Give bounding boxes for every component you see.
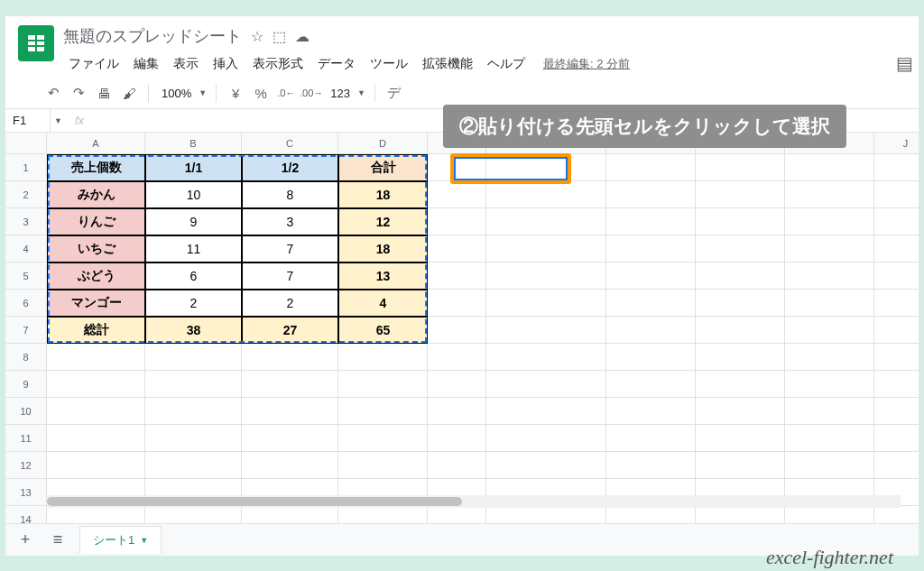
cell[interactable]: [428, 371, 486, 398]
cell[interactable]: [145, 398, 242, 425]
undo-button[interactable]: ↶: [43, 83, 63, 103]
cell[interactable]: [785, 290, 874, 317]
cell[interactable]: [486, 317, 606, 344]
cell[interactable]: [696, 181, 785, 208]
row-header[interactable]: 13: [5, 479, 47, 506]
row-header[interactable]: 7: [5, 317, 47, 344]
cell[interactable]: [428, 235, 486, 262]
table-cell[interactable]: 7: [242, 262, 338, 290]
cell[interactable]: [874, 181, 919, 208]
table-cell[interactable]: みかん: [47, 181, 145, 208]
menu-format[interactable]: 表示形式: [247, 52, 309, 76]
table-header-cell[interactable]: 1/1: [145, 154, 242, 181]
cell[interactable]: [338, 425, 428, 452]
table-cell[interactable]: 9: [145, 208, 242, 235]
table-cell[interactable]: 18: [338, 181, 428, 208]
cell[interactable]: [338, 398, 428, 425]
currency-button[interactable]: ¥: [226, 83, 245, 103]
menu-insert[interactable]: 挿入: [208, 52, 244, 76]
table-cell[interactable]: 3: [242, 208, 338, 235]
cell[interactable]: [874, 371, 919, 398]
cell[interactable]: [696, 208, 785, 235]
number-format-select[interactable]: 123: [327, 87, 354, 100]
cell[interactable]: [47, 398, 145, 425]
cell[interactable]: [338, 452, 428, 479]
cell[interactable]: [606, 452, 696, 479]
cell[interactable]: [428, 181, 486, 208]
cell[interactable]: [486, 154, 606, 181]
cell[interactable]: [696, 262, 785, 290]
sheet-tab-1[interactable]: シート1 ▼: [79, 526, 162, 554]
table-cell[interactable]: 12: [338, 208, 428, 235]
table-cell[interactable]: いちご: [47, 235, 145, 262]
cell[interactable]: [874, 154, 919, 181]
cell[interactable]: [428, 398, 486, 425]
cell[interactable]: [874, 398, 919, 425]
table-header-cell[interactable]: 1/2: [242, 154, 338, 181]
menu-tools[interactable]: ツール: [365, 52, 413, 76]
percent-button[interactable]: %: [251, 83, 271, 103]
doc-title[interactable]: 無題のスプレッドシート: [63, 25, 242, 47]
scrollbar-thumb[interactable]: [47, 497, 462, 506]
cell[interactable]: [47, 452, 145, 479]
cell[interactable]: [486, 344, 606, 371]
cell[interactable]: [242, 398, 338, 425]
table-cell[interactable]: 2: [242, 290, 338, 317]
cell[interactable]: [874, 208, 919, 235]
cell[interactable]: [606, 425, 696, 452]
cell[interactable]: [696, 344, 785, 371]
cell[interactable]: [47, 371, 145, 398]
cell[interactable]: [696, 317, 785, 344]
last-edit[interactable]: 最終編集: 2 分前: [543, 56, 630, 72]
cell[interactable]: [696, 235, 785, 262]
cell[interactable]: [338, 344, 428, 371]
paint-format-button[interactable]: 🖌: [119, 83, 139, 103]
cell[interactable]: [428, 452, 486, 479]
cell[interactable]: [486, 262, 606, 290]
cell[interactable]: [606, 290, 696, 317]
menu-edit[interactable]: 編集: [128, 52, 164, 76]
column-header[interactable]: J: [874, 133, 919, 154]
cell[interactable]: [874, 262, 919, 290]
menu-help[interactable]: ヘルプ: [482, 52, 531, 76]
cell[interactable]: [242, 344, 338, 371]
cell[interactable]: [696, 290, 785, 317]
menu-view[interactable]: 表示: [168, 52, 204, 76]
cell[interactable]: [785, 235, 874, 262]
cell[interactable]: [785, 371, 874, 398]
table-cell[interactable]: 38: [145, 317, 242, 344]
cell[interactable]: [606, 317, 696, 344]
cell[interactable]: [47, 344, 145, 371]
table-cell[interactable]: 18: [338, 235, 428, 262]
table-cell[interactable]: マンゴー: [47, 290, 145, 317]
row-header[interactable]: 5: [5, 262, 47, 290]
name-box[interactable]: F1: [5, 109, 51, 132]
cell[interactable]: [696, 371, 785, 398]
print-button[interactable]: 🖶: [94, 83, 114, 103]
cell[interactable]: [428, 154, 486, 181]
cell[interactable]: [606, 344, 696, 371]
spreadsheet-grid[interactable]: ABCDEFGHIJ1売上個数1/11/2合計2みかん108183りんご9312…: [5, 133, 919, 540]
row-header[interactable]: 10: [5, 398, 47, 425]
cell[interactable]: [606, 154, 696, 181]
horizontal-scrollbar[interactable]: [47, 495, 901, 508]
row-header[interactable]: 1: [5, 154, 47, 181]
cell[interactable]: [874, 452, 919, 479]
cell[interactable]: [696, 452, 785, 479]
cell[interactable]: [242, 425, 338, 452]
cell[interactable]: [338, 371, 428, 398]
row-header[interactable]: 12: [5, 452, 47, 479]
cell[interactable]: [145, 371, 242, 398]
cloud-icon[interactable]: ☁: [295, 28, 310, 45]
cell[interactable]: [874, 290, 919, 317]
row-header[interactable]: 9: [5, 371, 47, 398]
cell[interactable]: [874, 235, 919, 262]
column-header[interactable]: C: [242, 133, 338, 154]
cell[interactable]: [428, 425, 486, 452]
cell[interactable]: [874, 317, 919, 344]
cell[interactable]: [428, 262, 486, 290]
row-header[interactable]: 6: [5, 290, 47, 317]
cell[interactable]: [486, 452, 606, 479]
cell[interactable]: [696, 154, 785, 181]
menu-data[interactable]: データ: [312, 52, 361, 76]
